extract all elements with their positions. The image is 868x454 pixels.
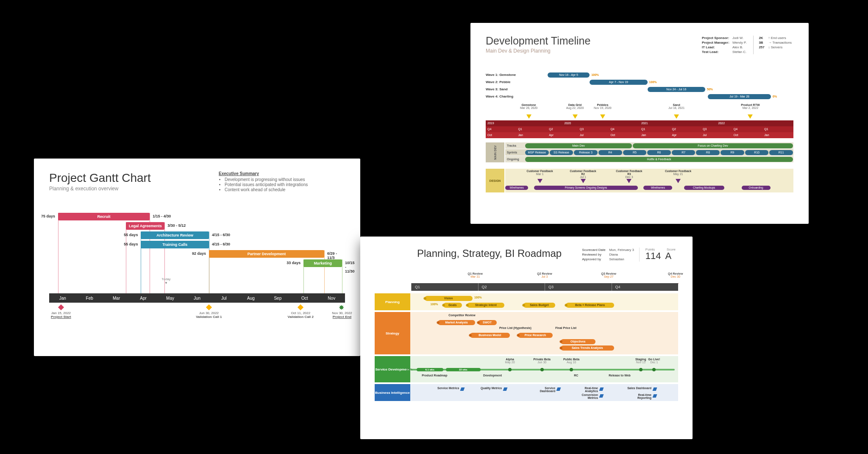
strategy-pill: Objectives [561, 339, 595, 344]
wave-bar: Jul 19 - Mar 28 [708, 94, 771, 99]
strategy-pill: Market Analysis [438, 320, 475, 325]
year: 2020 [563, 120, 640, 126]
service-milestone-dot [639, 368, 643, 371]
sprint-cell: R5 [623, 150, 647, 155]
dev-milestone: PebblesNov 19, 2020 [588, 103, 618, 109]
gantt-duration: 55 days [120, 242, 138, 246]
sprint-cell: R7 [672, 150, 696, 155]
triangle-icon [573, 114, 578, 119]
sprint-cell: R9 [721, 150, 744, 155]
bi-marker-icon [599, 394, 604, 398]
bi-item: Quality Metrics [476, 387, 502, 390]
dev-milestone: GemstoneMar 28, 2020 [514, 103, 544, 109]
strategy-text: Final Price List [555, 326, 576, 329]
gantt-range: 1/15 - 4/30 [153, 214, 171, 218]
lane-label: Business Intelligence [375, 384, 410, 401]
gear-icon: ✸ [522, 303, 526, 308]
project-gantt-card: Project Gantt Chart Planning & execution… [34, 159, 360, 356]
quarter: Q4 [486, 126, 517, 132]
wave-bar: Nov 16 - Apr 5 [548, 72, 590, 78]
points-v: 114 [645, 251, 661, 262]
pct-label: 100% [474, 296, 482, 299]
milestone-icon [298, 304, 303, 310]
month-label: Nov [318, 296, 345, 301]
gantt-bar: Training Calls [141, 241, 209, 248]
sprint-cell: R4 [598, 150, 622, 155]
month: Apr [670, 132, 701, 138]
quarter: Q4 [732, 126, 763, 132]
gantt-duration: 75 days [37, 214, 55, 218]
track-cell: Focus on Charting Dev [633, 143, 793, 148]
meta-v: Mon, February 3 [609, 248, 634, 252]
dev-meta: Project Sponsor:Jodi W. Project Manager:… [702, 36, 792, 54]
service-text: Product Roadmap [422, 374, 447, 377]
service-milestone: AlphaMay 20 [499, 358, 520, 364]
quarter: Q1 [517, 126, 548, 132]
gantt-range: 3/30 - 5/12 [167, 223, 186, 228]
wave-label: Wave 2: Pebble [486, 80, 521, 84]
gear-icon: ✸ [436, 320, 440, 325]
strategy-text: Price List (Hypothesis) [499, 326, 531, 329]
gear-icon: ✸ [442, 303, 445, 308]
bi-item: Conversion Metrics [573, 393, 598, 399]
bi-item: Real-time Analytics [573, 387, 598, 393]
service-text: RC [574, 374, 578, 377]
sprints-row: Sprints MSP ReleaseSS ReleaseRelease 3R4… [505, 149, 793, 156]
bi-item: Service Dashboard [530, 387, 555, 393]
gear-icon: ✸ [476, 320, 480, 325]
meta-k: Approved by [582, 257, 609, 261]
meta-k: Project Sponsor: [702, 36, 732, 40]
design-milestone: Customer FeedbackMay 21 [663, 170, 693, 175]
strategy-text: Competitor Review [448, 314, 475, 317]
milestone-label: Oct 11, 2022Validation Call 2 [281, 311, 320, 319]
service-milestone: Private BetaJun 30 [531, 358, 553, 364]
planning-pill: Beta + Release Plans [566, 303, 614, 308]
milestone-label: Jun 30, 2022Validation Call 1 [190, 311, 228, 319]
gear-icon: ✸ [468, 333, 472, 338]
month: Oct [609, 132, 640, 138]
q-review: Q2 ReviewJul 3 [532, 272, 557, 278]
ongoing-bar: Hotfix & Feedback [525, 157, 793, 162]
month-label: May [157, 296, 184, 301]
wave-bar: Apr 7 - Nov 19 [590, 80, 647, 85]
month: Jul [578, 132, 609, 138]
design-area: Customer FeedbackMar 1Customer Feedback … [505, 169, 793, 192]
quarter-axis: Q1Q2Q3Q4 [411, 283, 678, 291]
dev-milestone: Data GridAug 22, 2020 [560, 103, 590, 109]
month-label: Feb [76, 296, 103, 301]
month-label: Mar [103, 296, 130, 301]
gantt-range: 4/15 - 6/30 [212, 233, 230, 237]
milestone-label: Nov 30, 2022Project End [323, 311, 361, 319]
service-milestone: Public BetaAug 10 [561, 358, 582, 364]
dev-milestone: SandJul 18, 2021 [662, 103, 691, 109]
design-milestone: Customer Feedback R3Dec 3 [614, 170, 644, 178]
bi-marker-icon [556, 387, 561, 391]
pct-label: 100% [431, 303, 438, 306]
exec-item: Development is progressing without issue… [225, 177, 342, 182]
quarter-cell: Q4 [612, 283, 679, 291]
month: Apr [547, 132, 578, 138]
bi-marker-icon [503, 387, 508, 391]
exec-item: Content work ahead of schedule [225, 187, 342, 192]
bi-marker-icon [460, 387, 465, 391]
sprint-cell: MSP Release [525, 150, 549, 155]
strategy-pill: Price Research [518, 333, 553, 338]
q-review: Q3 ReviewSep 27 [596, 272, 621, 278]
year: 2019 [486, 120, 563, 126]
month-label: Jan [49, 296, 76, 301]
planning-pill: Goals [443, 303, 462, 308]
quarter: Q3 [578, 126, 609, 132]
month-label: Sep [264, 296, 291, 301]
wave-pct: 0% [773, 95, 777, 98]
lane-label: Strategy [375, 312, 410, 354]
year: 2022 [717, 120, 794, 126]
meta-v: Jodi W. [732, 36, 743, 40]
track-cell: Main Dev [525, 143, 632, 148]
service-bar: 6.1 wks [417, 368, 443, 371]
bi-item: Sales Dashboard [626, 387, 651, 390]
triangle-icon [600, 114, 605, 119]
milestone-icon [206, 304, 212, 310]
gantt-range: 4/15 - 6/30 [212, 242, 230, 246]
lane-strategy: Strategy Competitor ReviewMarket Analysi… [375, 312, 678, 354]
bi-marker-icon [599, 387, 604, 391]
